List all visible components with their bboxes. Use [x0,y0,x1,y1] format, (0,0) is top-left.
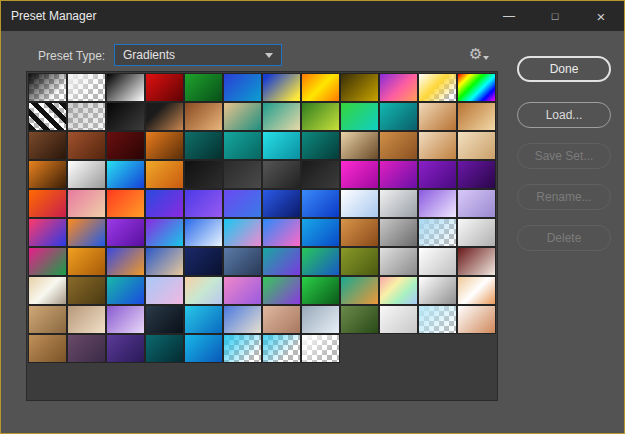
gradient-swatch[interactable] [379,131,418,160]
gradient-swatch[interactable] [28,131,67,160]
gradient-swatch[interactable] [28,102,67,131]
gradient-swatch[interactable] [340,160,379,189]
gradient-swatch[interactable] [301,218,340,247]
gradient-swatch[interactable] [457,247,496,276]
gradient-swatch[interactable] [184,276,223,305]
gradient-swatch[interactable] [340,189,379,218]
save-set-button[interactable]: Save Set... [517,143,611,169]
done-button[interactable]: Done [517,56,611,82]
gradient-swatch[interactable] [418,247,457,276]
gradient-swatch[interactable] [106,160,145,189]
gradient-swatch[interactable] [106,276,145,305]
preset-type-dropdown[interactable]: Gradients [114,44,282,66]
gradient-swatch[interactable] [301,276,340,305]
gradient-swatch[interactable] [106,247,145,276]
gradient-swatch[interactable] [106,334,145,363]
gradient-swatch[interactable] [184,102,223,131]
gradient-swatch[interactable] [184,189,223,218]
gradient-swatch[interactable] [223,305,262,334]
gradient-swatch[interactable] [67,276,106,305]
gradient-swatch[interactable] [184,334,223,363]
gradient-swatch[interactable] [379,189,418,218]
gradient-swatch[interactable] [145,131,184,160]
gradient-swatch[interactable] [28,276,67,305]
gradient-swatch[interactable] [223,218,262,247]
gradient-swatch[interactable] [262,131,301,160]
gradient-swatch[interactable] [262,305,301,334]
gradient-swatch[interactable] [67,218,106,247]
gradient-swatch[interactable] [262,160,301,189]
gradient-swatch[interactable] [379,73,418,102]
close-icon[interactable]: × [578,1,624,31]
gradient-swatch[interactable] [106,73,145,102]
gradient-swatch[interactable] [106,131,145,160]
gradient-swatch[interactable] [418,189,457,218]
gradient-swatch[interactable] [301,305,340,334]
gradient-swatch[interactable] [418,131,457,160]
gradient-swatch[interactable] [145,247,184,276]
gradient-swatch[interactable] [379,247,418,276]
gradient-swatch[interactable] [262,334,301,363]
gradient-swatch[interactable] [184,131,223,160]
gradient-swatch[interactable] [67,334,106,363]
gradient-swatch[interactable] [379,276,418,305]
gradient-swatch[interactable] [106,305,145,334]
gradient-swatch[interactable] [379,218,418,247]
gradient-swatch[interactable] [28,189,67,218]
gradient-swatch[interactable] [457,218,496,247]
gradient-swatch[interactable] [457,73,496,102]
gradient-swatch[interactable] [106,189,145,218]
rename-button[interactable]: Rename... [517,184,611,210]
gradient-swatch[interactable] [457,131,496,160]
gradient-swatch[interactable] [223,247,262,276]
gradient-swatch[interactable] [262,247,301,276]
gradient-swatch[interactable] [262,218,301,247]
gradient-swatch[interactable] [67,247,106,276]
gradient-swatch[interactable] [223,102,262,131]
gradient-swatch[interactable] [457,102,496,131]
gradient-swatch[interactable] [145,160,184,189]
gradient-swatch[interactable] [418,305,457,334]
gradient-swatch[interactable] [262,73,301,102]
gradient-swatch[interactable] [223,189,262,218]
gradient-swatch[interactable] [184,305,223,334]
gradient-swatch[interactable] [418,218,457,247]
gradient-swatch[interactable] [28,218,67,247]
gradient-swatch[interactable] [340,73,379,102]
gradient-swatch[interactable] [106,102,145,131]
gradient-swatch[interactable] [301,247,340,276]
gradient-swatch[interactable] [223,131,262,160]
gradient-swatch[interactable] [145,218,184,247]
gradient-swatch[interactable] [67,160,106,189]
gradient-swatch[interactable] [223,73,262,102]
gradient-swatch[interactable] [262,102,301,131]
gradient-swatch[interactable] [418,276,457,305]
gradient-swatch[interactable] [301,102,340,131]
gradient-swatch[interactable] [67,305,106,334]
gradient-swatch[interactable] [145,334,184,363]
gradient-swatch[interactable] [223,334,262,363]
gradient-swatch[interactable] [418,73,457,102]
gradient-swatch[interactable] [28,160,67,189]
gradient-swatch[interactable] [379,160,418,189]
gradient-swatch[interactable] [340,247,379,276]
minimize-icon[interactable]: — [486,1,532,31]
gradient-swatch[interactable] [67,131,106,160]
gradient-swatch[interactable] [301,73,340,102]
gradient-swatch[interactable] [457,305,496,334]
gradient-swatch[interactable] [145,305,184,334]
gradient-swatch[interactable] [457,189,496,218]
gradient-swatch[interactable] [28,334,67,363]
gradient-swatch[interactable] [184,160,223,189]
gradient-swatch[interactable] [262,276,301,305]
gradient-swatch[interactable] [340,102,379,131]
gradient-swatch[interactable] [28,73,67,102]
gradient-swatch[interactable] [28,247,67,276]
gradient-swatch[interactable] [184,73,223,102]
gradient-swatch[interactable] [340,276,379,305]
gradient-swatch[interactable] [379,102,418,131]
gradient-swatch[interactable] [457,276,496,305]
delete-button[interactable]: Delete [517,225,611,251]
gradient-swatch[interactable] [340,131,379,160]
gradient-swatch[interactable] [418,160,457,189]
